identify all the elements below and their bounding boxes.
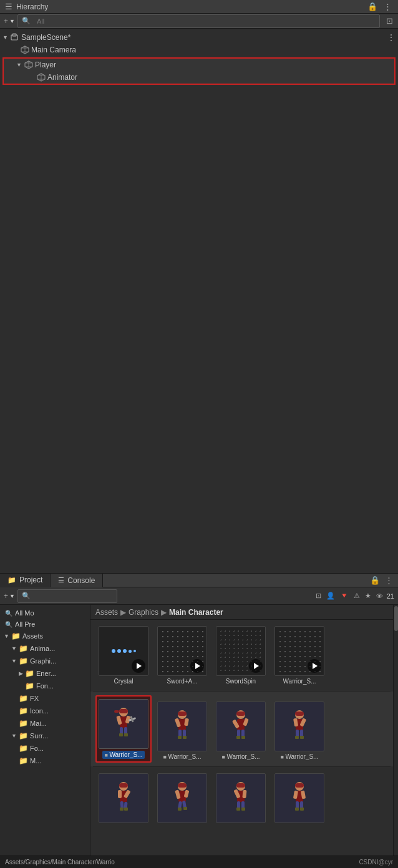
crystal-thumb: [99, 626, 148, 676]
play-triangle-icon2: [195, 663, 200, 669]
project-add-button[interactable]: + ▼: [4, 592, 15, 600]
console-tab-icon: ☰: [58, 576, 64, 584]
hierarchy-title: Hierarchy: [16, 2, 48, 11]
status-bar: Assets/Graphics/Main Character/Warrio CS…: [0, 856, 398, 868]
status-right: CSDNI@cyr: [359, 859, 393, 866]
warrior-s3-thumb: [157, 702, 207, 751]
sidebar-surroundings[interactable]: ▼ 📁 Surr...: [0, 730, 90, 742]
sidebar-main[interactable]: 📁 Mai...: [0, 717, 90, 730]
warrior-s8-svg: [228, 781, 253, 816]
ener-folder-icon: 📁: [25, 669, 34, 678]
svg-rect-69: [295, 783, 304, 788]
warrior-s5-label: ■ Warrior_S...: [281, 753, 319, 760]
player-label: Player: [35, 60, 56, 69]
sidebar-assets[interactable]: ▼ 📁 Assets: [0, 630, 90, 642]
ener-arrow: ▶: [19, 670, 23, 677]
sidebar-fx[interactable]: 📁 FX: [0, 692, 90, 705]
svg-rect-57: [178, 808, 182, 811]
anima-expand-arrow: ▼: [11, 645, 17, 652]
project-toolbar: + ▼ 🔍 ⊡ 👤 🔻 ⚠ ★ 👁 21: [0, 587, 398, 605]
icon-folder-icon: 📁: [19, 706, 28, 715]
svg-rect-10: [119, 733, 123, 736]
filter-icon[interactable]: 🔻: [339, 592, 350, 600]
search-all-models[interactable]: 🔍 All Mo: [0, 607, 90, 619]
warrior-s4-label: ■ Warrior_S...: [222, 753, 260, 760]
more-options-icon[interactable]: ⋮: [382, 2, 393, 11]
search-pre-icon: 🔍: [5, 621, 12, 628]
sidebar-fonts[interactable]: ▶ 📁 Fon...: [0, 680, 90, 692]
animator-gameobject-icon: [37, 73, 46, 82]
asset-swordspin[interactable]: SwordSpin: [213, 624, 269, 687]
warrior-s9-svg: [287, 781, 312, 816]
svg-rect-40: [300, 736, 304, 739]
breadcrumb-graphics[interactable]: Graphics: [129, 608, 158, 617]
graphics-folder-icon: 📁: [19, 657, 28, 665]
warrior-sprite-svg: [111, 707, 136, 741]
project-content: Assets ▶ Graphics ▶ Main Character: [90, 605, 393, 868]
sword-a-play-button[interactable]: [190, 659, 204, 673]
asset-warrior-s3[interactable]: ■ Warrior_S...: [154, 699, 210, 763]
project-search-input[interactable]: [33, 591, 113, 601]
asset-warrior-s8[interactable]: [213, 771, 269, 826]
fullscreen-icon[interactable]: ⊡: [314, 592, 323, 600]
sidebar-energy[interactable]: ▶ 📁 Ener...: [0, 667, 90, 680]
asset-warrior-s4[interactable]: ■ Warrior_S...: [213, 699, 269, 763]
scroll-thumb[interactable]: [394, 606, 398, 631]
search-all-icon: 🔍: [5, 610, 12, 617]
hierarchy-search-input[interactable]: [33, 16, 376, 26]
player-selection-box: ▼ Player ▶ Animator: [2, 57, 396, 85]
player-item[interactable]: ▼ Player: [4, 59, 394, 71]
project-more-icon[interactable]: ⋮: [384, 576, 394, 585]
eye-icon[interactable]: 👁: [375, 592, 384, 600]
asset-crystal[interactable]: Crystal: [95, 624, 152, 687]
crystal-label: Crystal: [114, 678, 133, 685]
plus-icon: +: [4, 17, 8, 26]
sidebar-m[interactable]: 📁 M...: [0, 755, 90, 767]
tab-project[interactable]: 📁 Project: [0, 574, 51, 587]
breadcrumb-assets[interactable]: Assets: [95, 608, 118, 617]
sidebar-icons[interactable]: 📁 Icon...: [0, 705, 90, 717]
warrior-anim-play-button[interactable]: [308, 659, 321, 673]
svg-rect-22: [183, 736, 187, 739]
tab-console[interactable]: ☰ Console: [51, 574, 103, 587]
hierarchy-content: ▼ SampleScene* ⋮ ▶ Main Camera ▼: [0, 29, 398, 573]
warrior-s8-thumb: [216, 773, 266, 823]
asset-warrior-anim[interactable]: Warrior_S...: [271, 624, 328, 687]
scene-item[interactable]: ▼ SampleScene* ⋮: [0, 31, 398, 44]
anima-folder-icon: 📁: [19, 644, 28, 653]
scene-options-button[interactable]: ⋮: [384, 32, 398, 42]
asset-warrior-s5[interactable]: ■ Warrior_S...: [271, 699, 328, 763]
main-camera-item[interactable]: ▶ Main Camera: [0, 44, 398, 56]
swordspin-play-button[interactable]: [249, 659, 263, 673]
svg-rect-48: [120, 808, 124, 811]
star-icon[interactable]: ★: [364, 592, 372, 600]
alert-icon[interactable]: ⚠: [352, 592, 361, 600]
play-triangle-icon: [137, 663, 142, 669]
asset-warrior-selected[interactable]: ■ Warrior_S...: [95, 695, 152, 763]
asset-warrior-s6[interactable]: [95, 771, 152, 826]
swordspin-label: SwordSpin: [226, 678, 256, 685]
crystal-play-button[interactable]: [132, 659, 145, 673]
asset-sword-a[interactable]: Sword+A...: [154, 624, 210, 687]
sidebar-animations[interactable]: ▼ 📁 Anima...: [0, 642, 90, 655]
svg-rect-66: [236, 808, 240, 811]
asset-warrior-s7[interactable]: [154, 771, 210, 826]
sidebar-graphics[interactable]: ▼ 📁 Graphi...: [0, 655, 90, 667]
collapse-all-icon[interactable]: ⊡: [385, 16, 394, 26]
player-expand-arrow: ▼: [16, 62, 22, 68]
graphics-label: Graphi...: [30, 657, 56, 665]
content-scrollbar[interactable]: [393, 605, 398, 868]
asset-warrior-s9[interactable]: [271, 771, 328, 826]
toolbar-icons-group: ⊡ 👤 🔻 ⚠ ★ 👁 21: [314, 592, 394, 600]
add-button[interactable]: + ▼: [4, 17, 15, 26]
avatar-icon[interactable]: 👤: [325, 592, 336, 600]
project-plus-icon: +: [4, 592, 8, 600]
sidebar-fo[interactable]: 📁 Fo...: [0, 742, 90, 755]
warrior-s6-svg: [111, 781, 136, 816]
animator-item[interactable]: ▶ Animator: [4, 71, 394, 84]
project-add-dropdown-icon: ▼: [9, 593, 15, 599]
search-all-prefabs[interactable]: 🔍 All Pre: [0, 619, 90, 630]
project-lock-icon[interactable]: 🔒: [369, 576, 381, 585]
warrior-s3-svg: [170, 710, 195, 744]
lock-icon[interactable]: 🔒: [366, 2, 379, 11]
